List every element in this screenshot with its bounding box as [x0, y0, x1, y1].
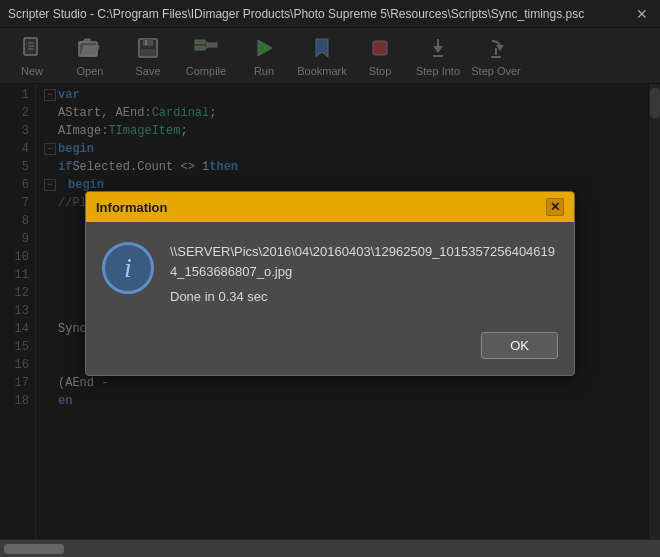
window-title: Scripter Studio - C:\Program Files\IDima… [8, 7, 632, 21]
dialog-title-text: Information [96, 200, 168, 215]
ok-button[interactable]: OK [481, 332, 558, 359]
scrollbar-bottom[interactable] [0, 539, 660, 557]
information-dialog: Information ✕ i \\SERVER\Pics\2016\04\20… [85, 191, 575, 376]
dialog-status: Done in 0.34 sec [170, 289, 558, 304]
window-close-button[interactable]: ✕ [632, 4, 652, 24]
dialog-title-bar: Information ✕ [86, 192, 574, 222]
dialog-path: \\SERVER\Pics\2016\04\20160403\12962509_… [170, 242, 558, 281]
modal-overlay: Information ✕ i \\SERVER\Pics\2016\04\20… [0, 28, 660, 539]
dialog-body: i \\SERVER\Pics\2016\04\20160403\1296250… [86, 222, 574, 324]
dialog-content: \\SERVER\Pics\2016\04\20160403\12962509_… [170, 242, 558, 304]
dialog-footer: OK [86, 324, 574, 375]
info-icon: i [102, 242, 154, 294]
title-bar: Scripter Studio - C:\Program Files\IDima… [0, 0, 660, 28]
scrollbar-h-thumb[interactable] [4, 544, 64, 554]
info-icon-letter: i [124, 252, 132, 284]
dialog-close-button[interactable]: ✕ [546, 198, 564, 216]
